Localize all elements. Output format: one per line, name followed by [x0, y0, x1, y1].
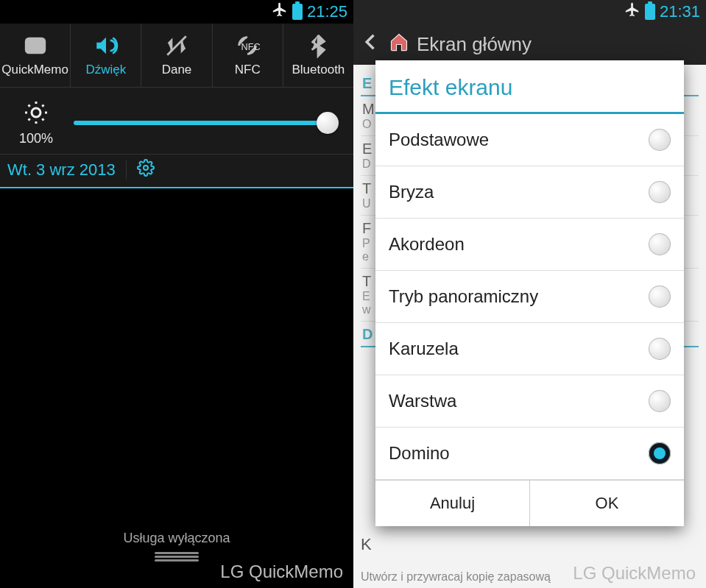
service-off-text: Usługa wyłączona	[123, 531, 230, 546]
radio-icon	[649, 129, 671, 151]
dialog-button-row: Anuluj OK	[375, 480, 684, 526]
data-icon	[164, 33, 189, 58]
drag-handle-icon[interactable]	[155, 552, 199, 554]
radio-icon	[649, 181, 671, 203]
option-label: Warstwa	[389, 391, 456, 411]
toggle-label: NFC	[235, 63, 261, 77]
option-warstwa[interactable]: Warstwa	[375, 375, 684, 428]
bluetooth-icon	[306, 33, 331, 58]
screenshot-screen-effect-dialog: 21:31 Ekran główny E MO ED TU FPe TEw D …	[353, 0, 706, 588]
status-bar: 21:31	[353, 0, 706, 24]
radio-icon-selected	[649, 442, 671, 464]
toggle-label: Dane	[162, 63, 192, 77]
screenshot-notification-panel: 21:25 QuickMemo Dźwięk Dane NFC NFC	[0, 0, 353, 588]
toggle-label: Bluetooth	[292, 63, 345, 77]
toggle-data[interactable]: Dane	[141, 24, 212, 87]
background-row-k: K	[361, 535, 372, 554]
settings-gear-icon[interactable]	[137, 159, 155, 181]
option-akordeon[interactable]: Akordeon	[375, 219, 684, 271]
option-domino[interactable]: Domino	[375, 428, 684, 480]
brightness-slider-thumb[interactable]	[317, 112, 339, 134]
background-title: Ekran główny	[417, 33, 532, 56]
date-row: Wt. 3 wrz 2013	[0, 155, 353, 188]
option-label: Domino	[389, 443, 450, 464]
option-label: Karuzela	[389, 339, 459, 359]
radio-icon	[649, 286, 671, 308]
svg-point-4	[144, 166, 148, 170]
home-icon	[389, 32, 409, 57]
option-bryza[interactable]: Bryza	[375, 166, 684, 219]
option-podstawowe[interactable]: Podstawowe	[375, 114, 684, 166]
toggle-bluetooth[interactable]: Bluetooth	[283, 24, 353, 87]
screen-effect-dialog: Efekt ekranu Podstawowe Bryza Akordeon T…	[375, 60, 684, 526]
status-time: 21:25	[307, 2, 347, 21]
option-label: Tryb panoramiczny	[389, 286, 538, 307]
option-karuzela[interactable]: Karuzela	[375, 323, 684, 375]
toggle-nfc[interactable]: NFC NFC	[213, 24, 283, 87]
date-text: Wt. 3 wrz 2013	[7, 160, 116, 180]
quick-toggles-row: QuickMemo Dźwięk Dane NFC NFC Bluetooth	[0, 24, 353, 88]
toggle-quickmemo[interactable]: QuickMemo	[0, 24, 71, 87]
battery-icon	[292, 4, 303, 20]
brand-watermark: LG QuickMemo	[573, 563, 696, 584]
svg-point-3	[32, 108, 40, 117]
airplane-mode-icon	[624, 1, 640, 22]
sound-icon	[93, 33, 119, 58]
brightness-icon	[23, 99, 49, 131]
battery-icon	[645, 4, 655, 20]
quickmemo-icon	[23, 33, 48, 58]
vertical-divider	[126, 160, 127, 180]
toggle-label: Dźwięk	[85, 63, 126, 77]
svg-text:NFC: NFC	[241, 41, 261, 52]
dialog-title: Efekt ekranu	[375, 60, 684, 114]
brightness-label-block: 100%	[9, 99, 63, 146]
airplane-mode-icon	[272, 1, 288, 22]
ok-button[interactable]: OK	[530, 481, 684, 526]
panel-footer: Usługa wyłączona LG QuickMemo	[0, 523, 353, 588]
status-bar: 21:25	[0, 0, 353, 24]
back-chevron-icon[interactable]	[361, 32, 381, 57]
option-label: Akordeon	[389, 234, 465, 255]
nfc-icon: NFC	[235, 33, 260, 58]
brightness-row: 100%	[0, 88, 353, 155]
cancel-button[interactable]: Anuluj	[375, 481, 530, 526]
brightness-slider[interactable]	[74, 121, 328, 125]
option-tryb-panoramiczny[interactable]: Tryb panoramiczny	[375, 271, 684, 323]
option-label: Podstawowe	[389, 130, 489, 150]
brightness-value: 100%	[19, 131, 53, 146]
brand-watermark: LG QuickMemo	[220, 562, 343, 582]
toggle-sound[interactable]: Dźwięk	[71, 24, 141, 87]
radio-icon	[649, 390, 671, 412]
radio-icon	[649, 233, 671, 255]
toggle-label: QuickMemo	[1, 63, 68, 77]
option-label: Bryza	[389, 182, 434, 202]
status-time: 21:31	[660, 2, 700, 21]
background-header: Ekran główny	[353, 24, 706, 65]
radio-icon	[649, 338, 671, 360]
